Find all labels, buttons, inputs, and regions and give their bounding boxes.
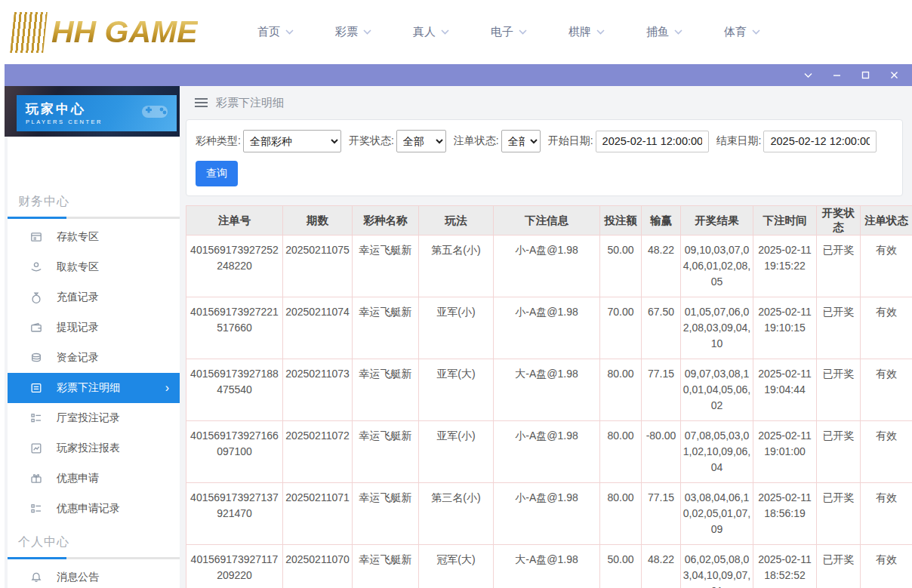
nav-item-4[interactable]: 棋牌 xyxy=(548,25,626,39)
bet-detail-table-wrap: 注单号期数彩种名称玩法下注信息投注额输赢开奖结果下注时间开奖状态注单状态 401… xyxy=(186,205,912,588)
table-cell: 2025-02-11 19:15:22 xyxy=(753,236,817,297)
logo[interactable]: HH GAME xyxy=(12,12,198,53)
table-cell: 09,10,03,07,04,06,01,02,08,05 xyxy=(681,236,753,297)
table-cell: 有效 xyxy=(861,545,912,588)
query-button[interactable]: 查询 xyxy=(196,161,238,186)
table-cell: 48.22 xyxy=(642,236,681,297)
table-cell: 70.00 xyxy=(600,297,642,359)
hamburger-menu-icon[interactable] xyxy=(195,98,208,107)
table-cell: 已开奖 xyxy=(817,421,861,483)
table-cell: 小-A盘@1.98 xyxy=(494,297,600,359)
table-cell: 77.15 xyxy=(642,359,681,421)
chevron-down-icon xyxy=(519,29,527,35)
lottery-type-select[interactable]: 全部彩种 xyxy=(243,130,341,152)
nav-item-5[interactable]: 捕鱼 xyxy=(626,25,704,39)
sidebar-item-hall-bet-record[interactable]: 厅室投注记录 xyxy=(8,403,180,433)
table-cell: 50.00 xyxy=(600,545,642,588)
table-cell: 有效 xyxy=(861,297,912,359)
lottery-bet-detail-icon xyxy=(30,382,42,394)
order-status-select[interactable]: 全部 xyxy=(501,130,541,152)
table-header-cell: 输赢 xyxy=(642,206,681,236)
end-date-input[interactable] xyxy=(763,131,877,152)
sidebar-item-label: 彩票下注明细 xyxy=(57,381,120,395)
notice-icon xyxy=(30,571,42,583)
section-rule xyxy=(8,217,180,219)
window-chevron-down-button[interactable] xyxy=(802,70,814,81)
chevron-right-icon: › xyxy=(165,381,169,395)
nav-item-6[interactable]: 体育 xyxy=(704,25,781,39)
lottery-type-label: 彩种类型: xyxy=(196,134,241,148)
section-title-0: 财务中心 xyxy=(8,183,180,217)
table-cell: 20250211073 xyxy=(283,359,353,421)
table-cell: 03,08,04,06,10,02,05,01,07,09 xyxy=(681,483,753,545)
table-header-cell: 开奖状态 xyxy=(817,206,861,236)
end-date-label: 结束日期: xyxy=(716,134,762,148)
sidebar-item-label: 优惠申请 xyxy=(57,472,99,485)
window-minimize-button[interactable] xyxy=(830,70,843,81)
app-window: 玩家中心 PLAYERS CENTER 财务中心存款专区取款专区充值记录提现记录… xyxy=(5,86,912,588)
table-cell: 幸运飞艇新 xyxy=(353,359,419,421)
sidebar-item-bet-report[interactable]: 玩家投注报表 xyxy=(8,433,180,463)
table-row: 40156917392722151766020250211074幸运飞艇新亚军(… xyxy=(186,297,912,359)
chevron-down-icon xyxy=(363,29,371,35)
table-cell: 小-A盘@1.98 xyxy=(494,421,600,483)
table-cell: 已开奖 xyxy=(817,483,861,545)
sidebar-item-promo-record[interactable]: 优惠申请记录 xyxy=(8,494,180,524)
table-cell: 06,02,05,08,03,04,10,09,07,01 xyxy=(681,545,753,588)
order-status-label: 注单状态: xyxy=(454,134,499,148)
table-cell: 第五名(小) xyxy=(419,236,494,297)
chevron-down-icon xyxy=(752,29,760,35)
sidebar-item-label: 玩家投注报表 xyxy=(57,442,120,455)
draw-status-label: 开奖状态: xyxy=(349,134,394,148)
table-cell: 幸运飞艇新 xyxy=(353,236,419,297)
table-cell: 80.00 xyxy=(600,421,642,483)
table-cell: 有效 xyxy=(861,359,912,421)
table-cell: 冠军(大) xyxy=(419,545,494,588)
table-cell: 20250211075 xyxy=(283,236,353,297)
sidebar-item-recharge-record[interactable]: 充值记录 xyxy=(8,282,180,312)
sidebar-item-label: 充值记录 xyxy=(57,291,99,304)
nav-item-2[interactable]: 真人 xyxy=(393,25,470,39)
nav-item-3[interactable]: 电子 xyxy=(470,25,548,39)
table-cell: 亚军(小) xyxy=(419,421,494,483)
table-cell: 大-A盘@1.98 xyxy=(494,545,600,588)
sidebar-item-funds-record[interactable]: 资金记录 xyxy=(8,343,180,373)
table-header-cell: 期数 xyxy=(283,206,353,236)
sidebar-item-deposit[interactable]: 存款专区 xyxy=(8,222,180,252)
chevron-down-icon xyxy=(441,29,449,35)
table-cell: 亚军(大) xyxy=(419,359,494,421)
draw-status-select[interactable]: 全部 xyxy=(396,130,446,152)
sidebar-item-lottery-bet-detail[interactable]: 彩票下注明细› xyxy=(8,373,180,403)
sidebar-item-withdraw[interactable]: 取款专区 xyxy=(8,252,180,282)
table-cell: 80.00 xyxy=(600,483,642,545)
table-header-cell: 玩法 xyxy=(419,206,494,236)
start-date-input[interactable] xyxy=(596,131,709,152)
bet-detail-table: 注单号期数彩种名称玩法下注信息投注额输赢开奖结果下注时间开奖状态注单状态 401… xyxy=(186,205,912,588)
table-cell: 50.00 xyxy=(600,236,642,297)
sidebar-item-withdrawal-record[interactable]: 提现记录 xyxy=(8,312,180,343)
window-close-button[interactable] xyxy=(888,70,900,81)
table-cell: 亚军(小) xyxy=(419,297,494,359)
table-cell: 401569173927252248220 xyxy=(186,236,283,297)
window-titlebar xyxy=(5,64,912,86)
table-cell: 2025-02-11 19:10:15 xyxy=(753,297,817,359)
nav-item-1[interactable]: 彩票 xyxy=(315,25,393,39)
sidebar-item-label: 优惠申请记录 xyxy=(57,502,120,516)
nav-item-0[interactable]: 首页 xyxy=(237,25,315,39)
sidebar-item-label: 消息公告 xyxy=(57,571,99,584)
table-row: 40156917392725224822020250211075幸运飞艇新第五名… xyxy=(186,236,912,297)
table-cell: 幸运飞艇新 xyxy=(353,545,419,588)
sidebar-item-promo-apply[interactable]: 优惠申请 xyxy=(8,463,180,494)
breadcrumb: 彩票下注明细 xyxy=(180,86,912,119)
main-nav: 首页彩票真人电子棋牌捕鱼体育 xyxy=(237,25,781,39)
start-date-label: 开始日期: xyxy=(548,134,593,148)
sidebar-item-notice[interactable]: 消息公告 xyxy=(8,562,180,588)
table-cell: 2025-02-11 18:56:19 xyxy=(753,483,817,545)
nav-item-label: 电子 xyxy=(491,25,513,39)
table-cell: 01,05,07,06,02,08,03,09,04,10 xyxy=(681,297,753,359)
nav-item-label: 真人 xyxy=(413,25,436,39)
table-cell: 小-A盘@1.98 xyxy=(494,236,600,297)
window-maximize-button[interactable] xyxy=(859,70,871,81)
chevron-down-icon xyxy=(285,29,294,35)
table-cell: 已开奖 xyxy=(817,297,861,359)
